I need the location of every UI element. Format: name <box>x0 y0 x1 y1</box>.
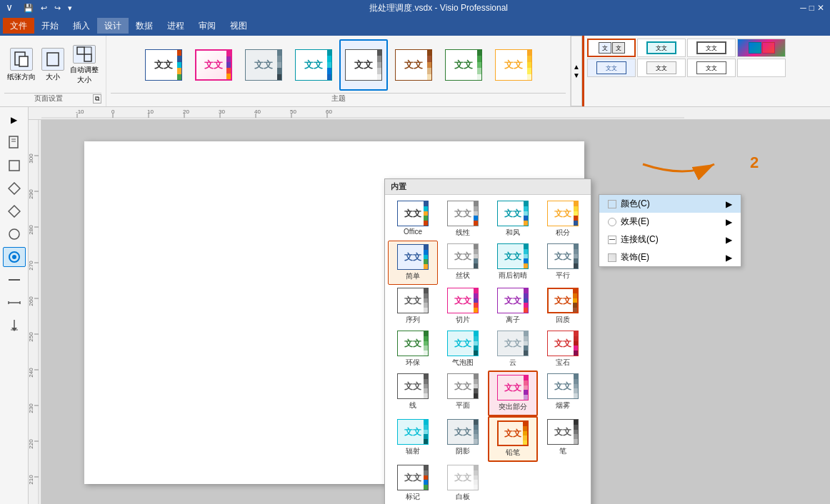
svg-rect-4 <box>84 54 91 61</box>
theme-thumb-1[interactable]: 文文 <box>189 39 238 91</box>
theme-flat[interactable]: 文文 平面 <box>438 371 488 416</box>
theme-slice[interactable]: 文文 切片 <box>438 285 488 328</box>
theme-whiteboard[interactable]: 文文 白板 <box>438 462 488 504</box>
line-tool-btn[interactable] <box>3 270 26 290</box>
theme-mark[interactable]: 文文 标记 <box>388 462 438 504</box>
ribbon-scroll-btn[interactable]: ▲ ▼ <box>571 36 582 106</box>
theme-radiation[interactable]: 文文 辐射 <box>388 416 438 462</box>
circle-tool-btn[interactable] <box>3 224 26 244</box>
save-quick-btn[interactable]: 💾 <box>21 3 36 14</box>
theme-highlight[interactable]: 文文 突出部分 <box>488 371 538 416</box>
page-setup-expand-btn[interactable]: ⧉ <box>93 94 101 104</box>
palette-btn-4[interactable] <box>737 39 786 57</box>
theme-hewind[interactable]: 文文 和风 <box>488 198 538 241</box>
svg-text:280: 280 <box>29 225 34 235</box>
window-title: 批处理调度.vsdx - Visio Professional <box>77 2 800 14</box>
svg-text:300: 300 <box>29 153 34 163</box>
theme-cloud-label: 云 <box>509 358 516 368</box>
theme-smoke[interactable]: 文文 烟雾 <box>538 371 588 416</box>
theme-hujun-label: 回质 <box>556 315 570 325</box>
theme-pen[interactable]: 文文 笔 <box>538 416 588 462</box>
start-menu-item[interactable]: 开始 <box>34 18 66 34</box>
palette-btn-7[interactable]: 文文 <box>687 59 736 77</box>
context-menu-connector[interactable]: 连接线(C) ▶ <box>599 231 741 248</box>
theme-bubble[interactable]: 文文 气泡图 <box>438 328 488 371</box>
paper-direction-btn[interactable]: 纸张方向 <box>4 44 39 86</box>
theme-thumb-2[interactable]: 文文 <box>239 39 288 91</box>
diamond-tool-btn[interactable] <box>3 178 26 198</box>
rect-tool-btn[interactable] <box>3 156 26 176</box>
expand-panel-btn[interactable]: ▶ <box>3 110 26 130</box>
design-menu-item[interactable]: 设计 <box>97 18 129 34</box>
size-label: 大小 <box>46 72 60 82</box>
theme-office[interactable]: 文文 Office <box>388 198 438 241</box>
theme-highlight-label: 突出部分 <box>499 402 527 412</box>
theme-thumb-4[interactable]: 文文 <box>339 39 388 91</box>
file-menu-btn[interactable]: 文件 <box>3 18 34 34</box>
circle-active-btn[interactable] <box>3 247 26 267</box>
size-btn[interactable]: 大小 <box>39 44 67 86</box>
minimize-btn[interactable]: ─ <box>800 3 806 13</box>
theme-ion[interactable]: 文文 离子 <box>488 285 538 328</box>
theme-radiation-label: 辐射 <box>406 446 420 456</box>
maximize-btn[interactable]: □ <box>809 3 814 13</box>
theme-thumb-6[interactable]: 文文 <box>439 39 488 91</box>
theme-line[interactable]: 文文 线 <box>388 371 438 416</box>
palette-btn-8[interactable] <box>737 59 786 77</box>
theme-thumb-3[interactable]: 文文 <box>289 39 338 91</box>
theme-gem-label: 宝石 <box>556 358 570 368</box>
auto-adjust-label: 自动调整大小 <box>70 65 99 85</box>
theme-linear[interactable]: 文文 线性 <box>438 198 488 241</box>
theme-after-rain[interactable]: 文文 雨后初晴 <box>488 241 538 285</box>
svg-marker-12 <box>9 206 20 217</box>
svg-text:10: 10 <box>147 109 154 115</box>
theme-simple-label: 简单 <box>406 271 420 281</box>
palette-btn-2[interactable]: 文文 <box>637 39 686 57</box>
theme-thumb-5[interactable]: 文文 <box>389 39 438 91</box>
view-menu-item[interactable]: 视图 <box>223 18 254 34</box>
insert-menu-item[interactable]: 插入 <box>66 18 97 34</box>
auto-adjust-btn[interactable]: 自动调整大小 <box>67 44 101 86</box>
palette-btn-1[interactable]: 文 文 <box>587 39 636 57</box>
redo-btn[interactable]: ↪ <box>52 3 63 14</box>
close-btn[interactable]: ✕ <box>817 3 824 13</box>
diamond2-tool-btn[interactable] <box>3 201 26 221</box>
line2-tool-btn[interactable] <box>3 293 26 313</box>
review-menu-item[interactable]: 审阅 <box>191 18 223 34</box>
theme-sequence-label: 序列 <box>406 315 420 325</box>
theme-simple[interactable]: 文文 简单 <box>388 241 438 285</box>
customize-qa-btn[interactable]: ▾ <box>66 3 74 14</box>
svg-text:220: 220 <box>29 439 34 449</box>
svg-text:240: 240 <box>29 368 34 378</box>
theme-silk[interactable]: 文文 丝状 <box>438 241 488 285</box>
undo-btn[interactable]: ↩ <box>39 3 49 14</box>
themes-grid: 文文 Office 文文 <box>385 195 591 504</box>
palette-btn-5[interactable]: 文文 <box>587 59 636 77</box>
context-menu-color[interactable]: 颜色(C) ▶ <box>599 195 741 213</box>
theme-line-label: 线 <box>409 400 416 410</box>
theme-parallel[interactable]: 文文 平行 <box>538 241 588 285</box>
theme-bubble-label: 气泡图 <box>452 358 474 368</box>
theme-sequence[interactable]: 文文 序列 <box>388 285 438 328</box>
theme-integral[interactable]: 文文 积分 <box>538 198 588 241</box>
svg-text:260: 260 <box>29 296 34 306</box>
context-menu-effect[interactable]: 效果(E) ▶ <box>599 213 741 231</box>
page-btn[interactable] <box>3 133 26 153</box>
theme-thumb-7[interactable]: 文文 <box>489 39 538 91</box>
theme-pencil[interactable]: 文文 铅笔 <box>488 416 538 462</box>
context-menu-decoration[interactable]: 装饰(E) ▶ <box>599 248 741 266</box>
theme-thumb-0[interactable]: 文文 <box>139 39 188 91</box>
theme-eco[interactable]: 文文 环保 <box>388 328 438 371</box>
connector-menu-label: 连接线(C) <box>621 233 659 246</box>
theme-shadow[interactable]: 文文 阴影 <box>438 416 488 462</box>
palette-btn-3[interactable]: 文文 <box>687 39 736 57</box>
theme-gem[interactable]: 文文 宝石 <box>538 328 588 371</box>
data-menu-item[interactable]: 数据 <box>129 18 160 34</box>
theme-hujun[interactable]: 文文 回质 <box>538 285 588 328</box>
theme-cloud[interactable]: 文文 云 <box>488 328 538 371</box>
process-menu-item[interactable]: 进程 <box>160 18 191 34</box>
palette-btn-6[interactable]: 文文 <box>637 59 686 77</box>
arrow-tool-btn[interactable] <box>3 316 26 336</box>
color-icon <box>608 200 616 208</box>
svg-rect-7 <box>9 136 18 148</box>
